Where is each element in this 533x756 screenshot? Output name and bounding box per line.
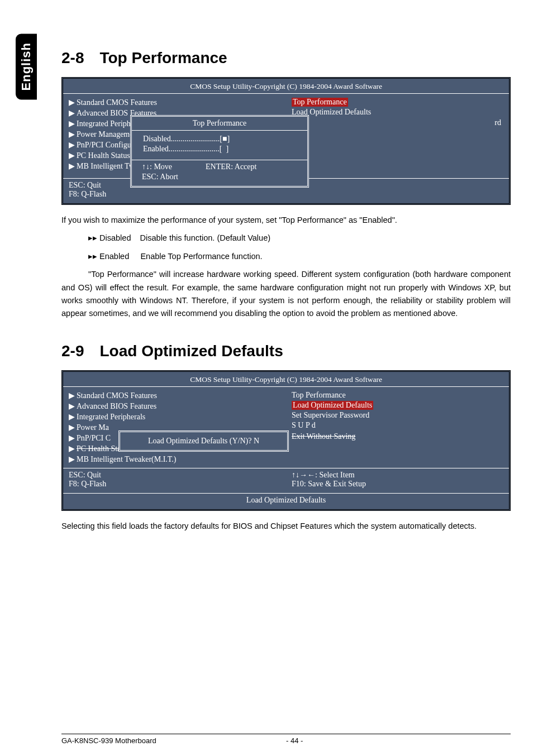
section-title: Top Performance [99, 49, 227, 66]
submenu-icon: ▶ [69, 151, 77, 160]
section-2-9-text: Selecting this field loads the factory d… [61, 520, 511, 532]
intro-text: If you wish to maximize the performance … [61, 214, 511, 226]
menu-item[interactable]: Top Performance [292, 97, 503, 107]
popup-prompt: Load Optimized Defaults (Y/N)? N [148, 437, 259, 445]
submenu-icon: ▶ [69, 444, 77, 453]
text-fragment: rd [494, 118, 501, 127]
submenu-icon: ▶ [69, 423, 77, 432]
bullet-icon: ▸▸ [88, 252, 97, 261]
bios-footer-left: ESC: Quit F8: Q-Flash [63, 468, 286, 493]
section-number: 2-9 [61, 342, 84, 360]
note-paragraph: "Top Performance" will increase hardware… [61, 268, 511, 320]
popup-hint-abort: ESC: Abort [142, 173, 178, 181]
popup-option-disabled[interactable]: Disabled.........................[■] [143, 134, 296, 144]
option-desc: Disable this function. (Default Value) [140, 233, 270, 242]
menu-item[interactable]: Load Optimized Defaults [292, 400, 503, 410]
hint-f10: F10: Save & Exit Setup [292, 480, 503, 489]
submenu-icon: ▶ [69, 401, 77, 411]
menu-item[interactable]: ▶Standard CMOS Features [69, 97, 280, 108]
option-label: Enabled [99, 252, 129, 261]
note-text: "Top Performance" will increase hardware… [61, 270, 511, 318]
bios-header: CMOS Setup Utility-Copyright (C) 1984-20… [63, 372, 509, 386]
submenu-icon: ▶ [69, 433, 77, 443]
popup-footer: ↑↓: Move ENTER: Accept ESC: Abort [132, 160, 307, 186]
page-content: 2-8Top Performance CMOS Setup Utility-Co… [61, 49, 511, 538]
hint-f8: F8: Q-Flash [69, 480, 280, 489]
option-label: Disabled [99, 233, 131, 242]
submenu-icon: ▶ [69, 454, 77, 464]
submenu-icon: ▶ [69, 140, 77, 150]
menu-label: Power Ma [77, 423, 109, 432]
page-footer: GA-K8NSC-939 Motherboard - 44 - [61, 734, 511, 745]
hint-select: ↑↓→←: Select Item [292, 471, 503, 480]
bios-header: CMOS Setup Utility-Copyright (C) 1984-20… [63, 79, 509, 93]
menu-label: Integrated Peripherals [77, 413, 145, 421]
menu-label-selected: Top Performance [292, 98, 348, 107]
popup-hint-move: ↑↓: Move [142, 162, 172, 171]
bios-right-column: Top Performance Load Optimized Defaults … [286, 387, 509, 468]
load-defaults-popup[interactable]: Load Optimized Defaults (Y/N)? N [118, 430, 289, 452]
footer-page-number: - 44 - [286, 736, 511, 745]
menu-item[interactable]: Top Performance [292, 390, 503, 400]
menu-label-selected: Load Optimized Defaults [292, 401, 373, 410]
hint-f8: F8: Q-Flash [69, 190, 280, 199]
popup-option-enabled[interactable]: Enabled..........................[ ] [143, 144, 296, 154]
menu-item[interactable]: Exit Without Saving [292, 432, 503, 442]
menu-item[interactable]: ▶Advanced BIOS Features [69, 401, 280, 412]
bullet-icon: ▸▸ [88, 233, 97, 242]
option-desc: Enable Top Performance function. [140, 252, 262, 261]
menu-item[interactable]: ▶Standard CMOS Features [69, 390, 280, 401]
menu-item[interactable]: ▶MB Intelligent Tweaker(M.I.T.) [69, 454, 280, 465]
menu-label: MB Intelligent Tweaker(M.I.T.) [77, 455, 177, 463]
menu-label: Standard CMOS Features [77, 98, 157, 107]
submenu-icon: ▶ [69, 108, 77, 118]
popup-title: Top Performance [132, 117, 307, 130]
option-disabled-line: ▸▸ Disabled Disable this function. (Defa… [61, 232, 511, 244]
section-title: Load Optimized Defaults [99, 342, 283, 360]
section-heading-2-9: 2-9Load Optimized Defaults [61, 342, 511, 360]
submenu-icon: ▶ [69, 412, 77, 422]
menu-label: S U P d [292, 421, 316, 429]
bios-help-line: Load Optimized Defaults [63, 493, 509, 509]
section-number: 2-8 [61, 49, 84, 67]
submenu-icon: ▶ [69, 391, 77, 400]
bios-screen-top-performance: CMOS Setup Utility-Copyright (C) 1984-20… [61, 77, 511, 205]
menu-label: Exit Without Saving [292, 432, 355, 441]
menu-label: Top Performance [292, 391, 346, 399]
menu-item[interactable]: ▶Integrated Peripherals [69, 412, 280, 422]
bios-right-column: Top Performance Load Optimized Defaults … [286, 94, 509, 175]
hint-esc: ESC: Quit [69, 471, 280, 480]
bios-screen-load-defaults: CMOS Setup Utility-Copyright (C) 1984-20… [61, 370, 511, 511]
submenu-icon: ▶ [69, 130, 77, 139]
menu-item[interactable]: S U P d [292, 420, 503, 430]
menu-label: Advanced BIOS Features [77, 402, 156, 410]
footer-model: GA-K8NSC-939 Motherboard [61, 736, 286, 745]
top-performance-popup: Top Performance Disabled................… [130, 115, 309, 188]
bios-footer-right: ↑↓→←: Select Item F10: Save & Exit Setup [286, 468, 509, 493]
submenu-icon: ▶ [69, 161, 77, 171]
option-enabled-line: ▸▸ Enabled Enable Top Performance functi… [61, 250, 511, 262]
submenu-icon: ▶ [69, 98, 77, 107]
language-tab: English [16, 34, 37, 99]
menu-label: Standard CMOS Features [77, 391, 157, 400]
menu-label: PC Health Status [77, 151, 130, 160]
submenu-icon: ▶ [69, 119, 77, 128]
menu-item[interactable]: Load Optimized Defaults [292, 107, 503, 117]
section-heading-2-8: 2-8Top Performance [61, 49, 511, 67]
popup-hint-accept: ENTER: Accept [206, 162, 256, 171]
bios-left-column: ▶Standard CMOS Features ▶Advanced BIOS F… [63, 387, 286, 468]
menu-label: Set Supervisor Password [292, 411, 369, 419]
menu-item[interactable]: Set Supervisor Password [292, 410, 503, 420]
menu-label: PnP/PCI C [77, 434, 111, 442]
